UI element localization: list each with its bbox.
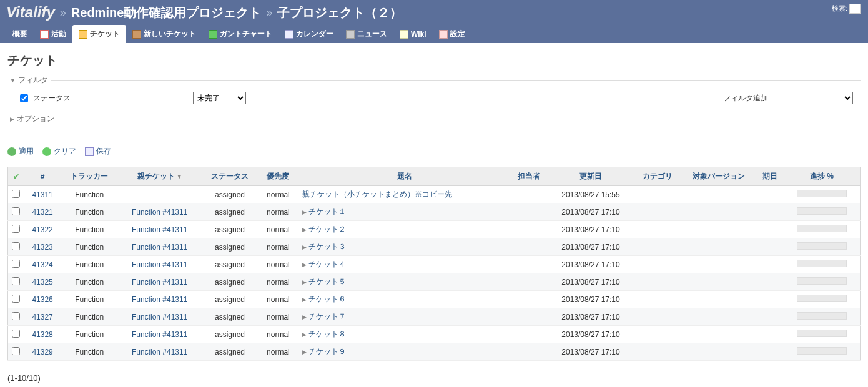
issue-id-link[interactable]: 41311 — [32, 190, 52, 199]
subject-link[interactable]: チケット９ — [308, 347, 346, 356]
table-row[interactable]: 41329FunctionFunction #41311assignednorm… — [8, 343, 861, 361]
col-updated[interactable]: 更新日 — [547, 167, 634, 186]
issue-id-link[interactable]: 41327 — [32, 313, 52, 321]
apply-button[interactable]: 適用 — [7, 146, 34, 157]
table-row[interactable]: 41311Functionassignednormal親チケット（小チケットまと… — [8, 186, 861, 203]
parent-link[interactable]: Function #41311 — [132, 225, 187, 234]
issue-id-link[interactable]: 41321 — [32, 208, 52, 217]
issue-id-link[interactable]: 41326 — [32, 295, 52, 304]
filter-status-checkbox[interactable] — [20, 94, 28, 102]
issue-id-link[interactable]: 41325 — [32, 278, 52, 287]
cell-status: assigned — [202, 203, 258, 221]
cell-tracker: Function — [61, 343, 117, 361]
cell-parent — [117, 186, 202, 203]
col-version[interactable]: 対象バージョン — [681, 167, 757, 186]
row-checkbox[interactable] — [12, 242, 20, 250]
project-link[interactable]: Redmine動作確認用プロジェクト — [71, 4, 261, 21]
brand-link[interactable]: Vitalify — [6, 4, 55, 21]
expander-icon[interactable]: ▶ — [302, 244, 307, 250]
cell-subject: ▶チケット４ — [298, 256, 511, 273]
row-checkbox[interactable] — [12, 260, 20, 268]
subject-link[interactable]: チケット３ — [308, 242, 346, 251]
row-checkbox[interactable] — [12, 277, 20, 285]
col-status[interactable]: ステータス — [202, 167, 258, 186]
col-subject[interactable]: 題名 — [298, 167, 511, 186]
options-legend[interactable]: ▶オプション — [7, 114, 57, 124]
issue-id-link[interactable]: 41322 — [32, 225, 52, 234]
parent-link[interactable]: Function #41311 — [132, 295, 187, 304]
col-assignee[interactable]: 担当者 — [511, 167, 547, 186]
search-input[interactable] — [849, 4, 861, 14]
tab-wiki[interactable]: Wiki — [393, 25, 433, 43]
table-row[interactable]: 41326FunctionFunction #41311assignednorm… — [8, 291, 861, 308]
subject-link[interactable]: チケット１ — [308, 207, 346, 216]
issue-id-link[interactable]: 41324 — [32, 260, 52, 269]
expander-icon[interactable]: ▶ — [302, 279, 307, 285]
parent-link[interactable]: Function #41311 — [132, 348, 187, 356]
parent-link[interactable]: Function #41311 — [132, 243, 187, 252]
expander-icon[interactable]: ▶ — [302, 227, 307, 233]
content: チケット ▼フィルタ ステータス 未完了 フィルタ追加 ▶オプション 適用 クリ… — [0, 43, 868, 387]
expander-icon[interactable]: ▶ — [302, 331, 307, 338]
parent-link[interactable]: Function #41311 — [132, 208, 187, 217]
row-checkbox[interactable] — [12, 330, 20, 338]
table-row[interactable]: 41324FunctionFunction #41311assignednorm… — [8, 256, 861, 273]
cell-tracker: Function — [61, 203, 117, 221]
table-row[interactable]: 41327FunctionFunction #41311assignednorm… — [8, 308, 861, 326]
tab-news[interactable]: ニュース — [340, 25, 393, 43]
issue-id-link[interactable]: 41328 — [32, 330, 52, 339]
col-id[interactable]: # — [24, 167, 61, 186]
expander-icon[interactable]: ▶ — [302, 349, 307, 355]
expander-icon[interactable]: ▶ — [302, 209, 307, 215]
tab-calendar[interactable]: カレンダー — [279, 25, 340, 43]
tab-overview[interactable]: 概要 — [6, 25, 34, 43]
filter-add-select[interactable] — [772, 92, 853, 104]
row-checkbox[interactable] — [12, 312, 20, 320]
subject-link[interactable]: チケット７ — [308, 312, 346, 321]
col-tracker[interactable]: トラッカー — [61, 167, 117, 186]
tab-gantt[interactable]: ガントチャート — [202, 25, 279, 43]
parent-link[interactable]: Function #41311 — [132, 260, 187, 269]
col-checkbox[interactable]: ✔ — [8, 167, 24, 186]
subproject-link[interactable]: 子プロジェクト（２） — [277, 4, 402, 21]
clear-button[interactable]: クリア — [42, 146, 76, 157]
row-checkbox[interactable] — [12, 190, 20, 198]
expander-icon[interactable]: ▶ — [302, 262, 307, 268]
subject-link[interactable]: 親チケット（小チケットまとめ）※コピー先 — [302, 190, 452, 198]
expander-icon[interactable]: ▶ — [302, 314, 307, 320]
subject-link[interactable]: チケット６ — [308, 295, 346, 303]
table-row[interactable]: 41321FunctionFunction #41311assignednorm… — [8, 203, 861, 221]
table-row[interactable]: 41323FunctionFunction #41311assignednorm… — [8, 238, 861, 256]
expander-icon[interactable]: ▶ — [302, 296, 307, 303]
cell-version — [681, 186, 757, 203]
col-parent[interactable]: 親チケット ▼ — [117, 167, 202, 186]
col-priority[interactable]: 優先度 — [258, 167, 298, 186]
row-checkbox[interactable] — [12, 225, 20, 233]
col-due[interactable]: 期日 — [757, 167, 783, 186]
tab-tickets[interactable]: チケット — [72, 25, 126, 43]
tab-activity[interactable]: 活動 — [34, 25, 72, 43]
issue-id-link[interactable]: 41329 — [32, 348, 52, 356]
subject-link[interactable]: チケット８ — [308, 330, 346, 338]
col-category[interactable]: カテゴリ — [634, 167, 681, 186]
parent-link[interactable]: Function #41311 — [132, 313, 187, 321]
cell-status: assigned — [202, 273, 258, 291]
table-row[interactable]: 41325FunctionFunction #41311assignednorm… — [8, 273, 861, 291]
row-checkbox[interactable] — [12, 207, 20, 215]
table-row[interactable]: 41328FunctionFunction #41311assignednorm… — [8, 326, 861, 343]
row-checkbox[interactable] — [12, 295, 20, 303]
col-progress[interactable]: 進捗 % — [784, 167, 861, 186]
table-row[interactable]: 41322FunctionFunction #41311assignednorm… — [8, 221, 861, 238]
subject-link[interactable]: チケット２ — [308, 225, 346, 233]
subject-link[interactable]: チケット５ — [308, 277, 346, 286]
parent-link[interactable]: Function #41311 — [132, 330, 187, 339]
issue-id-link[interactable]: 41323 — [32, 243, 52, 252]
filter-status-select[interactable]: 未完了 — [193, 92, 246, 104]
subject-link[interactable]: チケット４ — [308, 260, 346, 268]
filters-legend[interactable]: ▼フィルタ — [7, 75, 51, 86]
tab-new-ticket[interactable]: 新しいチケット — [126, 25, 202, 43]
row-checkbox[interactable] — [12, 347, 20, 355]
tab-settings[interactable]: 設定 — [433, 25, 471, 43]
parent-link[interactable]: Function #41311 — [132, 278, 187, 287]
save-button[interactable]: 保存 — [85, 146, 111, 157]
